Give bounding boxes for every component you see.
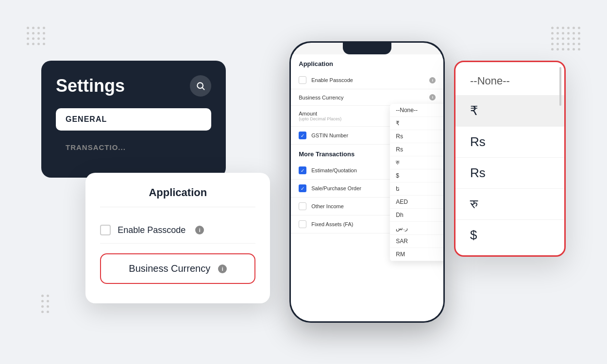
dropdown-ru[interactable]: रु [390, 156, 443, 169]
business-currency-label: Business Currency [129, 263, 210, 274]
business-currency-info-icon: i [218, 265, 227, 273]
phone-income-checkbox[interactable] [299, 202, 306, 210]
phone-sale-checkbox[interactable]: ✓ [299, 184, 306, 192]
dropdown-arabic[interactable]: ر.س [390, 222, 443, 235]
dropdown-aed[interactable]: AED [390, 196, 443, 209]
large-currency-dropdown[interactable]: --None-- ₹ Rs Rs रु $ [454, 61, 566, 257]
dropdown-rupee-symbol[interactable]: ₹ [390, 117, 443, 130]
phone-notch [343, 43, 391, 54]
phone-passcode-info: i [429, 77, 436, 83]
dropdown-none[interactable]: --None-- [390, 104, 443, 117]
phone-estimate-checkbox[interactable]: ✓ [299, 166, 306, 174]
phone-gstin-checkbox[interactable]: ✓ [299, 132, 306, 139]
phone-currency-label: Business Currency [299, 95, 424, 100]
phone-content: Application Enable Passcode i Business C… [291, 54, 443, 321]
right-section: Application Enable Passcode i Business C… [270, 32, 566, 332]
phone-section-application: Application [291, 54, 443, 71]
large-dropdown-dollar[interactable]: $ [455, 220, 564, 250]
phone-currency-item[interactable]: Business Currency i [291, 89, 443, 106]
dropdown-sar[interactable]: SAR [390, 235, 443, 248]
phone-passcode-label: Enable Passcode [311, 77, 424, 83]
settings-card: Settings GENERAL TRANSACTIO... [41, 61, 226, 178]
dropdown-dh[interactable]: Dh [390, 209, 443, 222]
dropdown-rs1[interactable]: Rs [390, 130, 443, 143]
dropdown-rm[interactable]: RM [390, 248, 443, 261]
dropdown-rs2[interactable]: Rs [390, 143, 443, 156]
phone-currency-info: i [429, 94, 436, 100]
large-dropdown-rs2[interactable]: Rs [455, 158, 564, 189]
svg-line-1 [202, 88, 204, 90]
dropdown-dollar1[interactable]: $ [390, 169, 443, 182]
scene: Settings GENERAL TRANSACTIO... Applicati… [12, 12, 595, 352]
phone-passcode-item: Enable Passcode i [291, 71, 443, 89]
large-dropdown-none[interactable]: --None-- [455, 67, 564, 96]
phone-inner: Application Enable Passcode i Business C… [291, 43, 443, 321]
dropdown-armenia[interactable]: ե [390, 182, 443, 196]
app-popup-left: Application Enable Passcode i Business C… [85, 173, 270, 303]
phone-currency-dropdown[interactable]: --None-- ₹ Rs Rs रु $ ե AED Dh ر.س SAR R… [390, 104, 443, 261]
passcode-info-icon: i [195, 226, 204, 234]
phone-mockup: Application Enable Passcode i Business C… [289, 41, 445, 323]
passcode-checkbox[interactable] [100, 225, 111, 235]
passcode-row: Enable Passcode i [100, 217, 255, 244]
app-popup-title: Application [100, 186, 255, 207]
left-section: Settings GENERAL TRANSACTIO... Applicati… [41, 61, 270, 303]
passcode-label: Enable Passcode [118, 225, 185, 235]
decorative-dots-tl [27, 27, 45, 45]
large-dropdown-rs1[interactable]: Rs [455, 127, 564, 158]
search-icon[interactable] [190, 75, 211, 97]
business-currency-row[interactable]: Business Currency i [100, 253, 255, 284]
settings-header: Settings [56, 75, 211, 97]
settings-transaction-item[interactable]: TRANSACTIO... [56, 136, 211, 158]
large-dropdown-ru[interactable]: रु [455, 189, 564, 220]
phone-passcode-checkbox[interactable] [299, 76, 306, 84]
large-dropdown-rupee[interactable]: ₹ [455, 96, 564, 127]
settings-general-item[interactable]: GENERAL [56, 108, 211, 131]
settings-title: Settings [56, 76, 125, 96]
phone-fixed-checkbox[interactable] [299, 220, 306, 228]
